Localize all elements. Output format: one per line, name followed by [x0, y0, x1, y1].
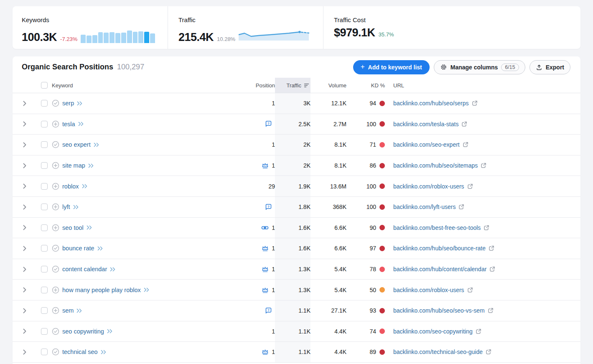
row-checkbox[interactable] [41, 287, 48, 293]
external-link-icon[interactable] [489, 266, 495, 272]
keyword-link[interactable]: seo tool [62, 224, 84, 231]
url-link[interactable]: backlinko.com/roblox-users [393, 183, 464, 190]
url-link[interactable]: backlinko.com/hub/seo/bounce-rate [393, 245, 486, 252]
open-keyword-icon[interactable] [97, 246, 103, 251]
row-checkbox[interactable] [41, 328, 48, 335]
row-checkbox[interactable] [41, 100, 48, 107]
external-link-icon[interactable] [458, 204, 464, 210]
table-row: lyft ? [13, 197, 580, 218]
keyword-link[interactable]: seo expert [62, 141, 91, 148]
url-link[interactable]: backlinko.com/best-free-seo-tools [393, 224, 481, 231]
open-keyword-icon[interactable] [107, 329, 113, 333]
open-keyword-icon[interactable] [94, 143, 99, 147]
url-link[interactable]: backlinko.com/seo-expert [393, 141, 460, 148]
kd-difficulty-dot [379, 267, 385, 272]
keyword-link[interactable]: lyft [62, 204, 70, 210]
kd-value: 86 [369, 162, 376, 169]
manage-columns-button[interactable]: Manage columns 6/15 [434, 60, 525, 74]
keyword-link[interactable]: content calendar [62, 266, 107, 272]
add-to-keyword-list-button[interactable]: + Add to keyword list [353, 60, 430, 74]
expand-row-button[interactable] [13, 176, 37, 196]
external-link-icon[interactable] [476, 328, 481, 334]
url-link[interactable]: backlinko.com/tesla-stats [393, 121, 458, 127]
expand-row-button[interactable] [13, 342, 37, 362]
kd-value: 94 [369, 100, 376, 107]
open-keyword-icon[interactable] [87, 225, 92, 230]
row-checkbox[interactable] [41, 121, 48, 127]
plus-circle-icon [52, 120, 59, 128]
plus-circle-icon [52, 183, 59, 190]
col-volume[interactable]: Volume [310, 78, 346, 93]
expand-row-button[interactable] [13, 280, 37, 300]
open-keyword-icon[interactable] [76, 308, 82, 313]
col-kd[interactable]: KD % [346, 78, 385, 93]
expand-row-button[interactable] [13, 197, 37, 217]
keyword-link[interactable]: site map [62, 162, 85, 169]
external-link-icon[interactable] [486, 349, 491, 355]
stat-traffic-cost: Traffic Cost $979.1K 35.7% [323, 6, 580, 49]
row-checkbox[interactable] [41, 141, 48, 148]
expand-row-button[interactable] [13, 218, 37, 238]
open-keyword-icon[interactable] [73, 205, 79, 209]
external-link-icon[interactable] [484, 225, 489, 231]
row-checkbox[interactable] [41, 307, 48, 314]
keywords-bar [98, 32, 103, 43]
open-keyword-icon[interactable] [82, 184, 88, 188]
url-link[interactable]: backlinko.com/technical-seo-guide [393, 349, 483, 355]
row-checkbox[interactable] [41, 245, 48, 252]
url-link[interactable]: backlinko.com/hub/seo/seo-vs-sem [393, 307, 485, 314]
expand-row-button[interactable] [13, 259, 37, 280]
row-checkbox[interactable] [41, 204, 48, 210]
table-row: how many people play roblox ? [13, 280, 580, 300]
external-link-icon[interactable] [488, 308, 494, 313]
keyword-link[interactable]: tesla [62, 121, 75, 127]
row-checkbox[interactable] [41, 266, 48, 272]
keyword-link[interactable]: sem [62, 307, 74, 314]
url-link[interactable]: backlinko.com/hub/content/calendar [393, 266, 486, 272]
external-link-icon[interactable] [467, 183, 473, 189]
url-link[interactable]: backlinko.com/seo-copywriting [393, 328, 473, 335]
open-keyword-icon[interactable] [78, 122, 84, 126]
select-all-checkbox[interactable] [41, 82, 48, 89]
expand-row-button[interactable] [13, 321, 37, 342]
keyword-link[interactable]: technical seo [62, 349, 98, 355]
keyword-link[interactable]: how many people play roblox [62, 287, 141, 293]
external-link-icon[interactable] [467, 287, 473, 293]
open-keyword-icon[interactable] [88, 163, 94, 168]
expand-row-button[interactable] [13, 155, 37, 176]
row-checkbox[interactable] [41, 162, 48, 169]
open-keyword-icon[interactable] [144, 288, 150, 292]
keyword-link[interactable]: bounce rate [62, 245, 94, 252]
volume-value: 4.4K [310, 342, 346, 362]
expand-row-button[interactable] [13, 300, 37, 321]
expand-row-button[interactable] [13, 238, 37, 259]
volume-value: 8.1K [310, 135, 346, 155]
col-traffic[interactable]: Traffic [275, 78, 310, 93]
url-link[interactable]: backlinko.com/hub/seo/sitemaps [393, 162, 478, 169]
row-checkbox[interactable] [41, 349, 48, 355]
open-keyword-icon[interactable] [101, 350, 107, 354]
keyword-link[interactable]: roblox [62, 183, 79, 190]
url-link[interactable]: backlinko.com/hub/seo/serps [393, 100, 469, 107]
open-keyword-icon[interactable] [77, 101, 83, 106]
export-button[interactable]: Export [529, 60, 570, 74]
external-link-icon[interactable] [472, 100, 478, 106]
row-checkbox[interactable] [41, 224, 48, 231]
external-link-icon[interactable] [463, 142, 468, 148]
url-link[interactable]: backlinko.com/lyft-users [393, 204, 456, 210]
expand-row-button[interactable] [13, 93, 37, 114]
expand-row-button[interactable] [13, 135, 37, 155]
external-link-icon[interactable] [489, 245, 494, 251]
expand-row-button[interactable] [13, 114, 37, 135]
crown-icon [262, 266, 269, 272]
keyword-link[interactable]: serp [62, 100, 74, 107]
open-keyword-icon[interactable] [110, 267, 116, 272]
kd-value: 100 [366, 204, 376, 210]
row-checkbox[interactable] [41, 183, 48, 190]
traffic-label: Traffic [178, 16, 323, 23]
external-link-icon[interactable] [481, 163, 486, 168]
external-link-icon[interactable] [461, 121, 467, 127]
keyword-link[interactable]: seo copywriting [62, 328, 104, 335]
col-position[interactable]: Position [216, 78, 275, 93]
url-link[interactable]: backlinko.com/roblox-users [393, 287, 464, 293]
